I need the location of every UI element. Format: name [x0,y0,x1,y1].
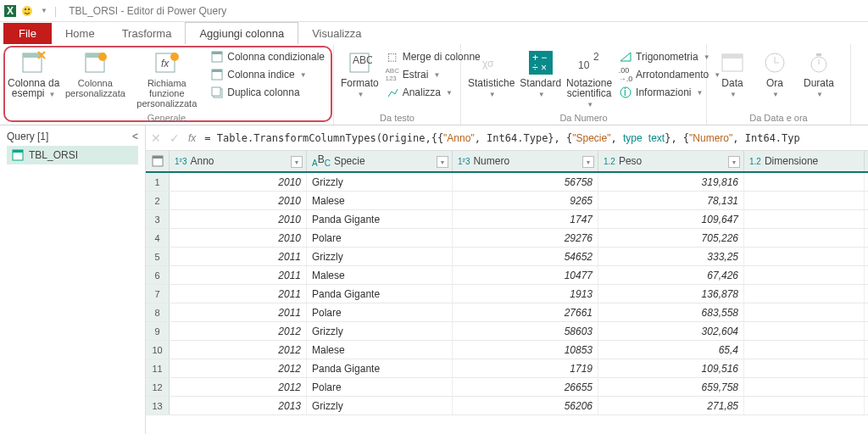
cell-peso[interactable]: 109,516 [598,359,744,377]
table-row[interactable]: 112012Panda Gigante1719109,516 [146,359,868,378]
tab-trasforma[interactable]: Trasforma [108,23,186,44]
colonna-da-esempi-button[interactable]: Colonna da esempi ▼ [7,47,60,100]
cell-numero[interactable]: 54652 [453,248,598,265]
cell-dim[interactable] [744,378,865,396]
cell-anno[interactable]: 2013 [170,397,307,415]
accept-icon[interactable]: ✓ [170,131,180,145]
cell-anno[interactable]: 2012 [170,322,307,340]
row-header[interactable]: 13 [146,397,170,415]
row-header[interactable]: 1 [146,173,170,191]
table-row[interactable]: 122012Polare26655659,758 [146,378,868,397]
col-numero[interactable]: 1²3Numero▼ [453,151,598,171]
cell-peso[interactable]: 136,878 [598,285,744,303]
cell-numero[interactable]: 58603 [453,322,598,340]
cell-dim[interactable] [744,322,865,340]
cell-anno[interactable]: 2011 [170,285,307,303]
cell-dim[interactable] [744,341,865,359]
cell-specie[interactable]: Polare [307,229,453,247]
cell-anno[interactable]: 2011 [170,303,307,321]
table-row[interactable]: 22010Malese926578,131 [146,192,868,210]
cell-numero[interactable]: 10477 [453,266,598,284]
cell-peso[interactable]: 683,558 [598,303,744,321]
smiley-icon[interactable] [20,4,34,18]
row-header[interactable]: 6 [146,266,170,284]
formato-button[interactable]: ABC Formato▼ [341,47,379,100]
cell-dim[interactable] [744,359,865,377]
colonna-indice-button[interactable]: Colonna indice▼ [209,67,326,82]
cell-anno[interactable]: 2010 [170,173,307,191]
cell-dim[interactable] [744,266,865,284]
collapse-icon[interactable]: < [132,131,138,142]
cell-numero[interactable]: 1913 [453,285,598,303]
table-row[interactable]: 62011Malese1047767,426 [146,266,868,285]
cell-specie[interactable]: Grizzly [307,397,453,415]
cell-anno[interactable]: 2010 [170,229,307,247]
cell-specie[interactable]: Panda Gigante [307,285,453,303]
cell-specie[interactable]: Polare [307,303,453,321]
col-anno[interactable]: 1²3Anno▼ [170,151,307,171]
cell-peso[interactable]: 78,131 [598,192,744,209]
cell-anno[interactable]: 2012 [170,378,307,396]
cell-numero[interactable]: 1747 [453,210,598,228]
row-header[interactable]: 3 [146,210,170,228]
cell-peso[interactable]: 67,426 [598,266,744,284]
cell-dim[interactable] [744,397,865,415]
table-row[interactable]: 32010Panda Gigante1747109,647 [146,210,868,229]
cell-anno[interactable]: 2012 [170,359,307,377]
cell-peso[interactable]: 659,758 [598,378,744,396]
notazione-scientifica-button[interactable]: 102 Notazione scientifica ▼ [566,47,612,110]
cell-anno[interactable]: 2011 [170,248,307,265]
tab-home[interactable]: Home [52,23,108,44]
cell-numero[interactable]: 29276 [453,229,598,247]
cell-specie[interactable]: Malese [307,192,453,209]
fx-icon[interactable]: fx [188,132,196,144]
cell-peso[interactable]: 271,85 [598,397,744,415]
filter-icon[interactable]: ▼ [728,156,740,168]
col-dimensione[interactable]: 1.2Dimensione [744,151,865,171]
cell-peso[interactable]: 333,25 [598,248,744,265]
cell-peso[interactable]: 65,4 [598,341,744,359]
tab-aggiungi-colonna[interactable]: Aggiungi colonna [185,22,298,44]
cell-specie[interactable]: Panda Gigante [307,359,453,377]
cell-numero[interactable]: 26655 [453,378,598,396]
cell-numero[interactable]: 56758 [453,173,598,191]
cell-dim[interactable] [744,173,865,191]
richiama-funzione-button[interactable]: fx Richiama funzione personalizzata [130,47,203,108]
cell-anno[interactable]: 2011 [170,266,307,284]
cell-anno[interactable]: 2010 [170,210,307,228]
row-header[interactable]: 7 [146,285,170,303]
cell-specie[interactable]: Grizzly [307,173,453,191]
cell-dim[interactable] [744,210,865,228]
cell-peso[interactable]: 109,647 [598,210,744,228]
standard-button[interactable]: + −÷ × Standard▼ [520,47,561,100]
cell-dim[interactable] [744,285,865,303]
cell-numero[interactable]: 1719 [453,359,598,377]
cell-peso[interactable]: 302,604 [598,322,744,340]
cell-numero[interactable]: 27661 [453,303,598,321]
cell-numero[interactable]: 10853 [453,341,598,359]
cell-anno[interactable]: 2012 [170,341,307,359]
select-all-cell[interactable] [146,151,170,171]
query-item[interactable]: TBL_ORSI [7,146,138,164]
col-peso[interactable]: 1.2Peso▼ [598,151,744,171]
table-row[interactable]: 102012Malese1085365,4 [146,341,868,359]
row-header[interactable]: 11 [146,359,170,377]
cell-specie[interactable]: Panda Gigante [307,210,453,228]
cell-numero[interactable]: 56206 [453,397,598,415]
dropdown-icon[interactable]: ▼ [37,4,51,18]
row-header[interactable]: 4 [146,229,170,247]
cell-specie[interactable]: Malese [307,266,453,284]
colonna-personalizzata-button[interactable]: Colonna personalizzata [65,47,125,98]
table-row[interactable]: 52011Grizzly54652333,25 [146,248,868,266]
cell-specie[interactable]: Polare [307,378,453,396]
duplica-colonna-button[interactable]: Duplica colonna [209,85,326,100]
table-row[interactable]: 92012Grizzly58603302,604 [146,322,868,341]
tab-file[interactable]: File [3,23,52,44]
row-header[interactable]: 10 [146,341,170,359]
table-row[interactable]: 132013Grizzly56206271,85 [146,397,868,415]
col-specie[interactable]: ABCSpecie▼ [307,151,453,171]
cell-numero[interactable]: 9265 [453,192,598,209]
cell-dim[interactable] [744,192,865,209]
cell-dim[interactable] [744,303,865,321]
cell-peso[interactable]: 705,226 [598,229,744,247]
